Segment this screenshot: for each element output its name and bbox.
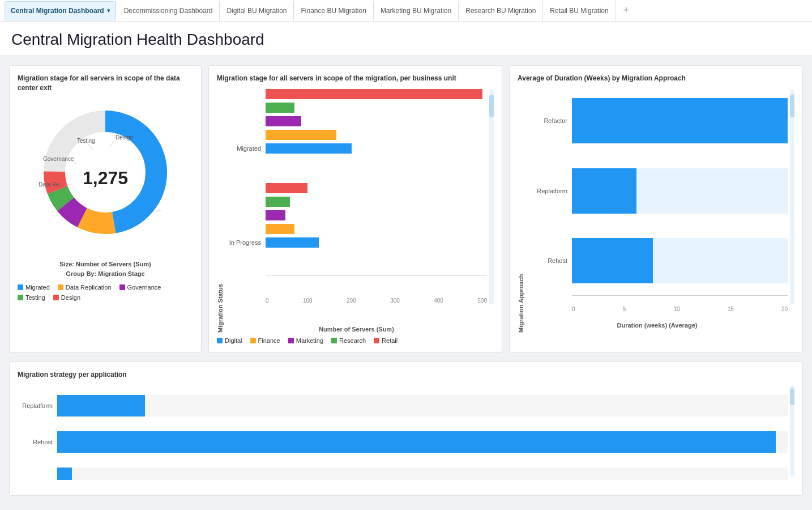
legend-data-rep: Data Replication [58, 284, 112, 291]
legend-dot-marketing [288, 338, 294, 343]
tab-retail-bu[interactable]: Retail BU Migration [543, 1, 616, 20]
legend-digital: Digital [217, 337, 242, 344]
strategy-replatform-label: Replatform [18, 402, 57, 409]
bar-marketing-fill [266, 116, 301, 126]
legend-label-finance: Finance [258, 337, 280, 344]
label-governance: Governance [43, 156, 74, 162]
bu-chart-inner: Migrated [226, 89, 487, 333]
add-tab-button[interactable]: + [618, 3, 634, 19]
bu-chart-wrapper: Migration Status [217, 89, 494, 333]
tab-research-bu[interactable]: Research BU Migration [459, 1, 543, 20]
strategy-scrollbar[interactable] [790, 385, 794, 476]
legend-governance: Governance [119, 284, 161, 291]
legend-migrated: Migrated [18, 284, 50, 291]
duration-rehost-label: Rehost [527, 257, 572, 264]
strategy-rehost-track [57, 431, 788, 453]
duration-scrollbar[interactable] [790, 89, 794, 304]
duration-x-axis-title: Duration (weeks) (Average) [527, 322, 788, 329]
bar-finance-migrated [226, 130, 487, 140]
bar-marketing-inprogress [226, 210, 487, 220]
legend-label-testing: Testing [25, 294, 45, 301]
tab-finance-bu[interactable]: Finance BU Migration [294, 1, 373, 20]
strategy-chart-title: Migration strategy per application [18, 370, 794, 380]
legend-design: Design [53, 294, 80, 301]
donut-subtitle: Size: Number of Servers (Sum) Group By: … [59, 260, 151, 279]
bu-x-axis-line [266, 275, 487, 276]
bar-research-ip-fill [266, 197, 290, 207]
legend-dot-migrated [18, 284, 23, 290]
tab-bar: Central Migration Dashboard ▾ Decommissi… [0, 0, 812, 22]
legend-label-research: Research [339, 337, 366, 344]
bar-retail-migrated [226, 89, 487, 99]
duration-refactor-track [572, 98, 788, 143]
tab-marketing-bu[interactable]: Marketing BU Migration [374, 1, 459, 20]
duration-replatform-bar [572, 168, 636, 214]
chevron-down-icon: ▾ [107, 7, 110, 14]
duration-x-axis-line [572, 295, 788, 296]
duration-chart-title: Average of Duration (Weeks) by Migration… [518, 74, 794, 83]
strategy-other-bar [57, 468, 72, 480]
bar-retail-inprogress-fill [266, 183, 307, 193]
donut-legend: Migrated Data Replication Governance Tes… [18, 284, 193, 301]
strategy-chart-card: Migration strategy per application Repla… [9, 362, 803, 496]
legend-label-data-rep: Data Replication [66, 284, 112, 291]
strategy-other-track [57, 468, 788, 480]
duration-refactor-bar [572, 98, 788, 143]
donut-chart-container: Design Testing Governance Data Re... Mig… [18, 99, 193, 279]
donut-svg-wrapper: Design Testing Governance Data Re... Mig… [32, 99, 179, 257]
strategy-scroll-thumb [790, 388, 794, 405]
bu-chart-title: Migration stage for all servers in scope… [217, 74, 494, 83]
bu-scrollbar[interactable] [489, 89, 494, 304]
bar-digital-fill [266, 143, 352, 154]
legend-dot-testing [18, 295, 23, 300]
legend-finance: Finance [250, 337, 280, 344]
duration-rehost-bar [572, 238, 653, 283]
bar-finance-inprogress [226, 224, 487, 234]
bu-x-axis-labels: 0 100 200 300 400 500 [266, 298, 487, 304]
tab-digital-bu[interactable]: Digital BU Migration [220, 1, 294, 20]
strategy-rehost-bar [57, 431, 776, 453]
donut-chart-card: Migration stage for all servers in scope… [9, 65, 202, 352]
legend-dot-research [331, 338, 337, 343]
legend-label-governance: Governance [127, 284, 161, 291]
legend-dot-data-rep [58, 284, 63, 290]
duration-rehost-group: Rehost [527, 238, 788, 283]
tab-active-label: Central Migration Dashboard [11, 7, 104, 15]
legend-label-design: Design [61, 294, 80, 301]
duration-bars-area: Refactor Replatform Rehost [527, 89, 788, 333]
bu-legend: Digital Finance Marketing Research Retai… [217, 337, 494, 344]
svg-line-6 [110, 141, 114, 147]
bar-research-migrated [226, 103, 487, 113]
strategy-replatform-track [57, 395, 788, 416]
duration-scroll-thumb [790, 95, 794, 117]
tab-central-migration[interactable]: Central Migration Dashboard ▾ [5, 1, 116, 20]
bar-digital-inprogress: In Progress [226, 237, 487, 248]
bu-x-axis-title: Number of Servers (Sum) [226, 326, 487, 333]
legend-label-migrated: Migrated [25, 284, 50, 291]
duration-replatform-group: Replatform [527, 168, 788, 214]
legend-marketing: Marketing [288, 337, 323, 344]
bar-marketing-ip-fill [266, 210, 285, 220]
svg-line-7 [88, 144, 93, 150]
label-design: Design [116, 134, 133, 141]
bu-scroll-thumb [489, 95, 494, 117]
legend-retail: Retail [374, 337, 398, 344]
bar-retail-inprogress [226, 183, 487, 193]
legend-dot-finance [250, 338, 256, 343]
dashboard-content: Migration stage for all servers in scope… [0, 56, 812, 505]
strategy-other-row [18, 468, 788, 480]
bu-y-axis-title: Migration Status [217, 89, 224, 333]
top-chart-row: Migration stage for all servers in scope… [9, 65, 803, 352]
duration-y-axis-title: Migration Approach [518, 89, 524, 333]
bar-digital-migrated: Migrated [226, 143, 487, 154]
page-header: Central Migration Health Dashboard [0, 22, 812, 56]
legend-testing: Testing [18, 294, 45, 301]
bar-retail-fill [266, 89, 482, 99]
duration-refactor-label: Refactor [527, 117, 572, 124]
label-data-re: Data Re... [39, 181, 64, 188]
duration-rehost-track [572, 238, 788, 283]
bar-marketing-migrated [226, 116, 487, 126]
legend-label-digital: Digital [225, 337, 242, 344]
tab-decommissioning[interactable]: Decommissioning Dashboard [117, 1, 220, 20]
bar-research-inprogress [226, 197, 487, 207]
